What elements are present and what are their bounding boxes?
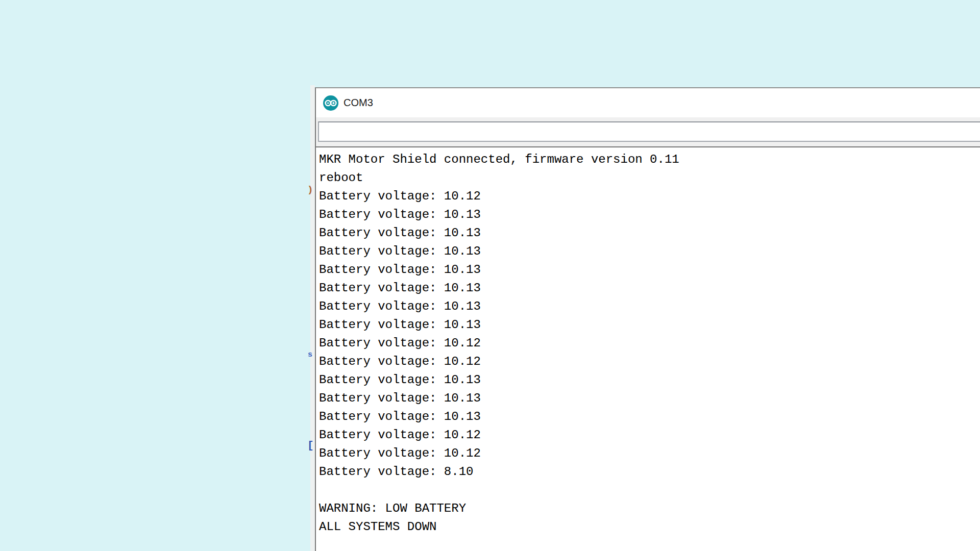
window-titlebar[interactable]: COM3 [316,88,980,117]
background-text-fragment: [ [307,440,314,452]
background-text-fragment: s [308,350,312,359]
serial-send-input[interactable] [318,121,980,142]
serial-output-text: MKR Motor Shield connected, firmware ver… [319,151,980,536]
serial-output-area[interactable]: MKR Motor Shield connected, firmware ver… [316,146,980,551]
send-toolbar [316,117,980,146]
window-title: COM3 [344,97,373,109]
serial-monitor-window: COM3 MKR Motor Shield connected, firmwar… [315,87,980,551]
background-text-fragment: ) [307,184,313,195]
occluded-window-edge [310,85,315,551]
arduino-logo-icon [323,95,338,111]
desktop-background: { "window": { "title": "COM3", "icon": "… [0,0,980,551]
